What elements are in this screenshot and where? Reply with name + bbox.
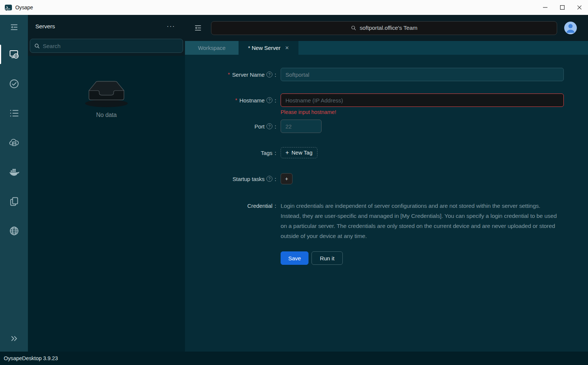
credential-label: Credential xyxy=(247,201,272,211)
servers-panel: Servers ··· No data xyxy=(28,15,185,352)
question-circle-icon[interactable]: ? xyxy=(266,176,272,182)
save-button[interactable]: Save xyxy=(281,251,309,265)
sidebar-item-globe[interactable] xyxy=(0,216,28,245)
more-actions-button[interactable]: ··· xyxy=(167,25,175,28)
servers-search-box[interactable] xyxy=(30,39,183,53)
question-circle-icon[interactable]: ? xyxy=(266,123,272,129)
startup-tasks-label: Startup tasks xyxy=(233,176,265,182)
active-indicator xyxy=(0,45,1,64)
colon: : xyxy=(275,97,276,104)
tab-bar: Workspace * New Server ✕ xyxy=(185,41,588,55)
empty-text: No data xyxy=(96,112,116,118)
titlebar: Oysape xyxy=(0,0,588,15)
servers-panel-title: Servers xyxy=(35,23,55,30)
sidebar-item-cloud[interactable] xyxy=(0,128,28,157)
startup-tasks-row: Startup tasks ? : + xyxy=(185,173,588,184)
files-copy-icon xyxy=(9,196,19,207)
hostname-block: * Hostname ? : Please input hostname! xyxy=(185,93,588,117)
hostname-error: Please input hostname! xyxy=(281,109,588,117)
sidebar xyxy=(0,15,28,352)
port-input[interactable] xyxy=(281,120,322,133)
question-circle-icon[interactable]: ? xyxy=(266,97,272,103)
sidebar-item-servers[interactable] xyxy=(0,39,28,69)
hostname-input[interactable] xyxy=(281,93,564,107)
tags-row: Tags : + New Tag xyxy=(185,147,588,158)
server-name-input[interactable] xyxy=(281,68,564,81)
maximize-button[interactable] xyxy=(554,0,571,15)
menu-fold-icon xyxy=(10,23,19,32)
tab-new-server[interactable]: * New Server ✕ xyxy=(239,41,298,55)
sidebar-item-files[interactable] xyxy=(0,187,28,216)
tab-label: * New Server xyxy=(248,45,281,51)
version-text: OysapeDesktop 3.9.23 xyxy=(4,355,58,361)
plus-icon: + xyxy=(285,149,289,156)
team-search-text: softportal.office's Team xyxy=(359,25,417,31)
team-search-bar[interactable]: softportal.office's Team xyxy=(211,21,557,35)
port-label: Port xyxy=(255,123,265,130)
empty-box-icon xyxy=(75,74,138,110)
servers-panel-header: Servers ··· xyxy=(28,15,185,56)
remote-server-icon xyxy=(9,49,19,60)
new-tag-label: New Tag xyxy=(291,150,312,156)
new-tag-button[interactable]: + New Tag xyxy=(281,147,317,158)
colon: : xyxy=(275,176,276,182)
colon: : xyxy=(275,201,276,211)
app-title: Oysape xyxy=(15,4,33,10)
close-button[interactable] xyxy=(571,0,588,15)
sidebar-expand-button[interactable] xyxy=(0,326,28,352)
main-area: softportal.office's Team Workspace * New… xyxy=(185,15,588,352)
credential-description: Login credentials are independent of ser… xyxy=(281,201,559,241)
run-it-button[interactable]: Run it xyxy=(311,251,343,265)
panel-fold-button[interactable] xyxy=(185,24,211,32)
colon: : xyxy=(275,123,276,130)
sidebar-collapse-button[interactable] xyxy=(0,15,28,39)
unordered-list-icon xyxy=(9,108,19,118)
check-circle-icon xyxy=(9,79,19,89)
colon: : xyxy=(275,72,276,78)
hostname-label: Hostname xyxy=(239,97,265,104)
cloud-server-icon xyxy=(9,137,19,148)
form-buttons: Save Run it xyxy=(281,251,588,265)
add-startup-task-button[interactable]: + xyxy=(281,173,293,184)
hostname-row: * Hostname ? : xyxy=(185,93,588,107)
status-bar: OysapeDesktop 3.9.23 xyxy=(0,352,588,365)
tab-label: Workspace xyxy=(198,45,226,51)
search-icon xyxy=(351,25,357,31)
docker-whale-icon xyxy=(9,166,20,178)
app-shell: Servers ··· No data xyxy=(0,15,588,352)
servers-search-input[interactable] xyxy=(43,43,179,49)
tab-workspace[interactable]: Workspace xyxy=(185,41,239,55)
sidebar-item-tasks[interactable] xyxy=(0,69,28,98)
required-mark: * xyxy=(235,97,237,103)
sidebar-item-list[interactable] xyxy=(0,98,28,128)
sidebar-item-docker[interactable] xyxy=(0,157,28,187)
required-mark: * xyxy=(228,72,230,77)
servers-panel-body: No data xyxy=(28,56,185,352)
server-name-label: Server Name xyxy=(232,72,265,78)
port-row: Port ? : xyxy=(185,120,588,133)
app-logo-icon xyxy=(4,4,12,12)
question-circle-icon[interactable]: ? xyxy=(266,72,272,77)
server-name-row: * Server Name ? : xyxy=(185,68,588,81)
double-chevron-right-icon xyxy=(10,334,19,343)
minimize-button[interactable] xyxy=(537,0,554,15)
user-avatar[interactable] xyxy=(564,22,577,34)
tab-close-icon[interactable]: ✕ xyxy=(285,45,289,51)
main-header: softportal.office's Team xyxy=(185,15,588,41)
tags-label: Tags xyxy=(261,150,272,156)
credential-row: Credential : Login credentials are indep… xyxy=(185,201,588,241)
globe-icon xyxy=(9,226,19,236)
new-server-form: * Server Name ? : * Hostname ? : xyxy=(185,55,588,352)
colon: : xyxy=(275,150,276,156)
search-icon xyxy=(34,43,40,49)
